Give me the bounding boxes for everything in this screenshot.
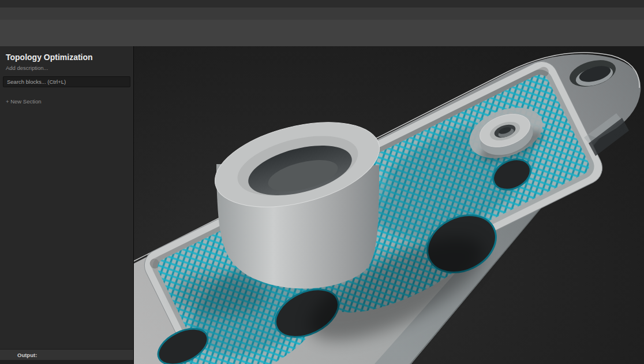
ribbon-toolbar (0, 20, 644, 47)
notebook-description[interactable]: Add description... (0, 62, 133, 76)
bracket-lattice-model (134, 46, 644, 364)
notebook-title[interactable]: Topology Optimization (0, 46, 133, 62)
notebook-panel: Topology Optimization Add description...… (0, 46, 134, 364)
ribbon-tabbar (0, 8, 644, 20)
menubar (0, 0, 644, 8)
search-bar (3, 76, 130, 87)
viewport-3d[interactable] (134, 46, 644, 364)
gear-icon (5, 351, 14, 359)
panel-bottom-strip (0, 360, 133, 364)
output-bar[interactable]: Output: (0, 349, 133, 360)
search-input[interactable] (6, 78, 128, 86)
output-label: Output: (17, 352, 37, 358)
new-section-button[interactable]: + New Section (0, 93, 133, 110)
